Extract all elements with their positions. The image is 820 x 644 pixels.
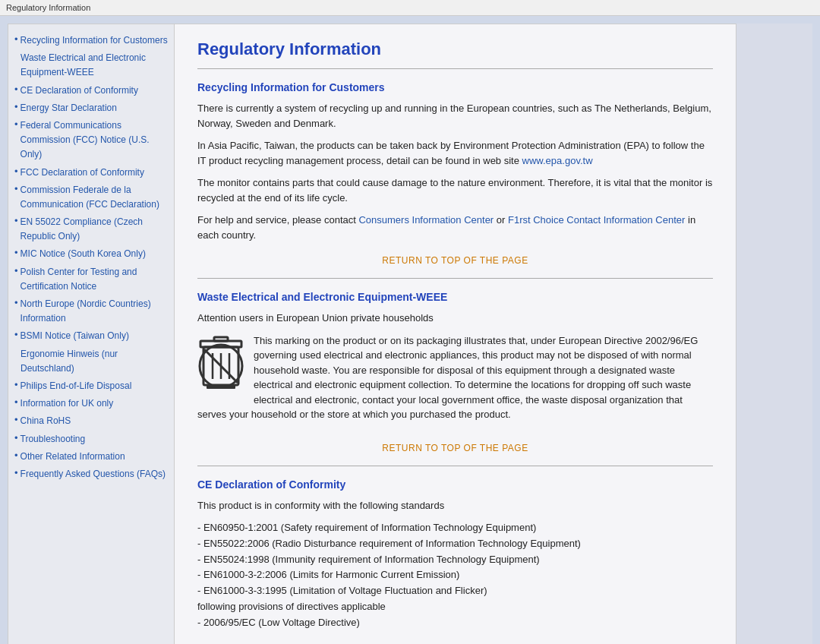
sidebar-item-fcc-conf[interactable]: • FCC Declaration of Conformity <box>14 164 168 182</box>
sidebar-link-faqs[interactable]: Frequently Asked Questions (FAQs) <box>20 466 166 482</box>
sidebar-link-polish[interactable]: Polish Center for Testing and Certificat… <box>20 264 168 295</box>
bullet-icon-11: • <box>14 329 18 340</box>
sidebar-link-weee[interactable]: Waste Electrical and Electronic Equipmen… <box>20 50 168 80</box>
sidebar-item-commission[interactable]: • Commission Federale de la Communicatio… <box>14 182 168 213</box>
sidebar-item-china-rohs[interactable]: • China RoHS <box>14 412 168 430</box>
svg-rect-8 <box>207 385 235 389</box>
sidebar-link-uk[interactable]: Information for UK only <box>20 396 114 412</box>
standard-4: - EN61000-3-3:1995 (Limitation of Voltag… <box>197 583 713 599</box>
bullet-icon-2: • <box>14 84 18 95</box>
f1rst-choice-link[interactable]: F1rst Choice Contact Information Center <box>508 214 685 226</box>
sidebar-item-recycling[interactable]: • Recycling Information for Customers <box>14 32 168 49</box>
bullet-icon-4: • <box>14 118 18 130</box>
sidebar-item-philips-eol[interactable]: • Philips End-of-Life Disposal <box>14 377 168 395</box>
standard-3: - EN61000-3-2:2006 (Limits for Harmonic … <box>197 567 713 583</box>
sidebar-link-other-related[interactable]: Other Related Information <box>20 449 125 465</box>
sidebar-item-faqs[interactable]: • Frequently Asked Questions (FAQs) <box>14 466 168 483</box>
recycling-para-1: There is currently a system of recycling… <box>197 101 713 131</box>
recycling-para-2: In Asia Pacific, Taiwan, the products ca… <box>197 138 713 168</box>
return-link-2[interactable]: RETURN TO TOP OF THE PAGE <box>197 442 713 453</box>
standard-5: following provisions of directives appli… <box>197 599 713 615</box>
recycling-para-3: The monitor contains parts that could ca… <box>197 175 713 205</box>
bullet-icon-10: • <box>14 297 18 308</box>
sidebar-item-other-related[interactable]: • Other Related Information <box>14 448 168 466</box>
recycling-para-4: For help and service, please contact Con… <box>197 213 713 242</box>
standard-1: - EN55022:2006 (Radio Disturbance requir… <box>197 536 713 552</box>
weee-attention: Attention users in European Union privat… <box>197 311 713 326</box>
browser-title-text: Regulatory Information <box>6 3 90 12</box>
bullet-icon-6: • <box>14 183 18 194</box>
sidebar-nav: • Recycling Information for Customers Wa… <box>14 32 168 483</box>
sidebar-link-fcc[interactable]: Federal Communications Commission (FCC) … <box>20 118 168 163</box>
sidebar-item-polish[interactable]: • Polish Center for Testing and Certific… <box>14 264 168 295</box>
divider-2 <box>197 466 713 466</box>
title-divider <box>197 68 713 69</box>
bullet-icon-18: • <box>14 467 18 478</box>
sidebar-item-energystar[interactable]: • Energy Star Declaration <box>14 99 168 117</box>
sidebar-link-philips-eol[interactable]: Philips End-of-Life Disposal <box>20 378 132 394</box>
section-recycling: Recycling Information for Customers Ther… <box>197 81 713 279</box>
sidebar-item-uk[interactable]: • Information for UK only <box>14 395 168 412</box>
bullet-icon-17: • <box>14 450 18 461</box>
svg-rect-2 <box>214 337 228 341</box>
sidebar-link-energystar[interactable]: Energy Star Declaration <box>20 100 117 116</box>
standard-2: - EN55024:1998 (Immunity requirement of … <box>197 552 713 568</box>
standard-0: - EN60950-1:2001 (Safety requirement of … <box>197 520 713 536</box>
sidebar-item-ce[interactable]: • CE Declaration of Conformity <box>14 82 168 99</box>
bullet-icon-7: • <box>14 215 18 226</box>
browser-title-bar: Regulatory Information <box>0 0 820 16</box>
weee-body-text: This marking on the product or on its pa… <box>197 333 713 422</box>
divider-1 <box>197 278 713 279</box>
sidebar-link-en55022[interactable]: EN 55022 Compliance (Czech Republic Only… <box>20 214 168 245</box>
sidebar-item-en55022[interactable]: • EN 55022 Compliance (Czech Republic On… <box>14 213 168 245</box>
weee-icon <box>197 333 244 394</box>
return-anchor-2[interactable]: RETURN TO TOP OF THE PAGE <box>382 443 528 453</box>
recycling-title: Recycling Information for Customers <box>197 81 713 93</box>
sidebar-link-recycling[interactable]: Recycling Information for Customers <box>20 33 168 49</box>
bullet-icon-15: • <box>14 414 18 425</box>
epa-link[interactable]: www.epa.gov.tw <box>522 155 593 166</box>
return-link-1[interactable]: RETURN TO TOP OF THE PAGE <box>197 254 713 266</box>
bullet-icon-14: • <box>14 396 18 408</box>
sidebar-item-nordic[interactable]: • North Europe (Nordic Countries) Inform… <box>14 295 168 327</box>
sidebar-link-commission[interactable]: Commission Federale de la Communication … <box>20 182 168 213</box>
outer-wrapper: • Recycling Information for Customers Wa… <box>0 16 820 644</box>
sidebar-link-ergonomie[interactable]: Ergonomie Hinweis (nur Deutschland) <box>20 346 168 377</box>
standards-list: - EN60950-1:2001 (Safety requirement of … <box>197 520 713 631</box>
section-weee: Waste Electrical and Electronic Equipmen… <box>197 291 713 466</box>
consumers-info-link[interactable]: Consumers Information Center <box>358 214 494 226</box>
left-sidebar: • Recycling Information for Customers Wa… <box>8 24 175 644</box>
sidebar-link-china-rohs[interactable]: China RoHS <box>20 413 71 429</box>
main-content: Regulatory Information Recycling Informa… <box>175 24 736 644</box>
sidebar-link-troubleshooting[interactable]: Troubleshooting <box>20 431 86 447</box>
sidebar-link-fcc-conf[interactable]: FCC Declaration of Conformity <box>20 165 144 181</box>
bullet-icon-16: • <box>14 432 18 444</box>
standard-6: - 2006/95/EC (Low Voltage Directive) <box>197 615 713 631</box>
sidebar-link-ce[interactable]: CE Declaration of Conformity <box>20 83 138 99</box>
right-panel <box>736 24 812 644</box>
sidebar-link-nordic[interactable]: North Europe (Nordic Countries) Informat… <box>20 296 168 327</box>
section-ce: CE Declaration of Conformity This produc… <box>197 478 713 631</box>
sidebar-item-ergonomie[interactable]: Ergonomie Hinweis (nur Deutschland) <box>14 346 168 377</box>
sidebar-item-fcc[interactable]: • Federal Communications Commission (FCC… <box>14 117 168 164</box>
weee-title: Waste Electrical and Electronic Equipmen… <box>197 291 713 303</box>
sidebar-item-weee[interactable]: Waste Electrical and Electronic Equipmen… <box>14 49 168 81</box>
page-title: Regulatory Information <box>197 39 713 59</box>
return-anchor-1[interactable]: RETURN TO TOP OF THE PAGE <box>382 255 528 266</box>
ce-intro: This product is in conformity with the f… <box>197 498 713 513</box>
sidebar-item-mic[interactable]: • MIC Notice (South Korea Only) <box>14 245 168 263</box>
sidebar-link-mic[interactable]: MIC Notice (South Korea Only) <box>20 246 146 262</box>
bullet-icon: • <box>14 33 18 45</box>
bullet-icon-9: • <box>14 265 18 276</box>
bullet-icon-3: • <box>14 101 18 112</box>
bullet-icon-13: • <box>14 379 18 390</box>
weee-body: This marking on the product or on its pa… <box>197 333 713 430</box>
sidebar-item-bsmi[interactable]: • BSMI Notice (Taiwan Only) <box>14 327 168 345</box>
ce-title: CE Declaration of Conformity <box>197 478 713 491</box>
sidebar-link-bsmi[interactable]: BSMI Notice (Taiwan Only) <box>20 328 129 344</box>
bullet-icon-5: • <box>14 166 18 177</box>
sidebar-item-troubleshooting[interactable]: • Troubleshooting <box>14 431 168 448</box>
bullet-icon-8: • <box>14 247 18 258</box>
